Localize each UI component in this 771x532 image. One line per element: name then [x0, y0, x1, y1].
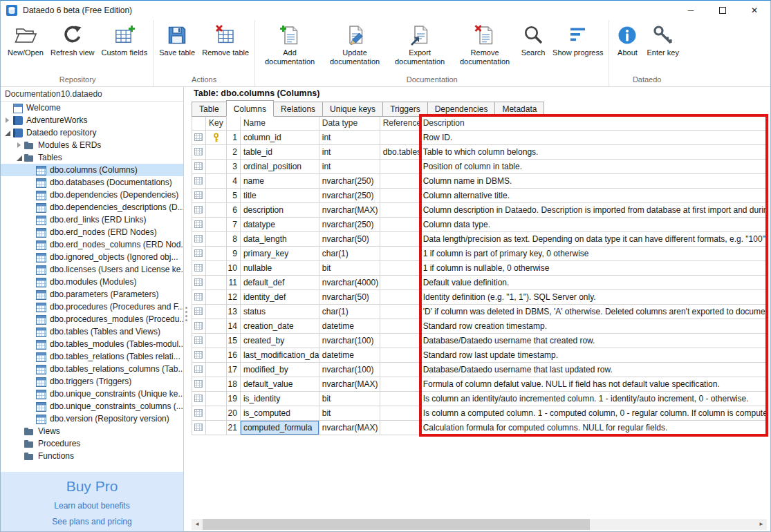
learn-benefits-link[interactable]: Learn about benefits — [1, 501, 183, 511]
row-header-cell[interactable] — [192, 406, 206, 421]
references-cell[interactable] — [380, 261, 420, 276]
description-cell[interactable]: Column name in DBMS. — [420, 174, 767, 189]
key-cell[interactable] — [206, 261, 227, 276]
key-cell[interactable] — [206, 203, 227, 218]
references-cell[interactable] — [380, 232, 420, 247]
tree-item[interactable]: dbo.parameters (Parameters) — [1, 288, 183, 301]
row-header-cell[interactable] — [192, 218, 206, 232]
references-cell[interactable]: dbo.tables — [380, 145, 420, 160]
key-cell[interactable] — [206, 363, 227, 377]
description-cell[interactable]: Calculation formula for computed columns… — [420, 421, 767, 435]
row-header-cell[interactable] — [192, 348, 206, 363]
datatype-cell[interactable]: nvarchar(100) — [319, 334, 380, 348]
export-documentation-button[interactable]: Export documentation — [387, 20, 452, 66]
expander-icon[interactable] — [27, 202, 36, 212]
references-cell[interactable] — [380, 174, 420, 189]
tree-item[interactable]: dbo.procedures_modules (Procedu... — [1, 313, 183, 325]
name-cell[interactable]: nullable — [241, 261, 319, 276]
add-documentation-button[interactable]: Add documentation — [257, 20, 322, 66]
description-cell[interactable]: Column alternative title. — [420, 189, 767, 203]
description-cell[interactable]: Identity definition (e.g. "1, 1"). SQL S… — [420, 290, 767, 305]
name-cell[interactable]: computed_formula — [241, 421, 319, 435]
expander-icon[interactable] — [27, 265, 36, 274]
tab[interactable]: Table — [192, 102, 227, 116]
key-cell[interactable] — [206, 406, 227, 421]
references-cell[interactable] — [380, 363, 420, 377]
references-cell[interactable] — [380, 392, 420, 406]
key-cell[interactable] — [206, 392, 227, 406]
row-header-cell[interactable] — [192, 305, 206, 319]
header-key[interactable]: Key — [206, 117, 227, 131]
name-cell[interactable]: created_by — [241, 334, 319, 348]
tree-item[interactable]: dbo.tables (Tables and Views) — [1, 325, 183, 338]
references-cell[interactable] — [380, 203, 420, 218]
tree-item[interactable]: dbo.procedures (Procedures and F... — [1, 301, 183, 313]
references-cell[interactable] — [380, 131, 420, 145]
references-cell[interactable] — [380, 290, 420, 305]
expander-icon[interactable] — [27, 178, 36, 187]
tree-item[interactable]: Views — [1, 425, 183, 437]
expander-icon[interactable] — [15, 426, 24, 436]
row-header-cell[interactable] — [192, 276, 206, 290]
name-cell[interactable]: data_length — [241, 232, 319, 247]
expander-icon[interactable] — [27, 240, 36, 249]
plans-pricing-link[interactable]: See plans and pricing — [1, 517, 183, 526]
references-cell[interactable] — [380, 334, 420, 348]
enter-key-button[interactable]: Enter key — [643, 20, 682, 57]
row-header-cell[interactable] — [192, 319, 206, 334]
description-cell[interactable]: Data length/precision as text. Depending… — [420, 232, 767, 247]
datatype-cell[interactable]: bit — [319, 406, 380, 421]
references-cell[interactable] — [380, 247, 420, 261]
name-cell[interactable]: is_computed — [241, 406, 319, 421]
expander-icon[interactable] — [15, 451, 24, 461]
row-header-cell[interactable] — [192, 203, 206, 218]
name-cell[interactable]: table_id — [241, 145, 319, 160]
row-header-cell[interactable] — [192, 232, 206, 247]
tree-item[interactable]: Dataedo repository — [1, 126, 183, 139]
references-cell[interactable] — [380, 305, 420, 319]
expander-icon[interactable] — [27, 289, 36, 299]
references-cell[interactable] — [380, 319, 420, 334]
key-cell[interactable] — [206, 334, 227, 348]
name-cell[interactable]: ordinal_position — [241, 160, 319, 174]
row-header-cell[interactable] — [192, 174, 206, 189]
header-description[interactable]: Description — [420, 117, 767, 131]
tab[interactable]: Columns — [226, 100, 274, 117]
header-references[interactable]: References — [380, 117, 420, 131]
name-cell[interactable]: creation_date — [241, 319, 319, 334]
custom-fields-button[interactable]: Custom fields — [98, 20, 151, 57]
datatype-cell[interactable]: nvarchar(50) — [319, 232, 380, 247]
description-cell[interactable]: 'D' if column was deleted in DBMS, 'A' o… — [420, 305, 767, 319]
datatype-cell[interactable]: char(1) — [319, 305, 380, 319]
horizontal-scrollbar[interactable]: ◄ ► — [192, 519, 767, 530]
description-cell[interactable]: Table to which column belongs. — [420, 145, 767, 160]
row-header-cell[interactable] — [192, 145, 206, 160]
key-cell[interactable] — [206, 377, 227, 392]
tree-item[interactable]: Tables — [1, 151, 183, 164]
header-datatype[interactable]: Data type — [319, 117, 380, 131]
tree-item[interactable]: dbo.erd_links (ERD Links) — [1, 213, 183, 226]
name-cell[interactable]: default_def — [241, 276, 319, 290]
tree-item[interactable]: dbo.tables_relations_columns (Tab... — [1, 363, 183, 375]
key-cell[interactable] — [206, 189, 227, 203]
expander-icon[interactable] — [15, 140, 24, 150]
expander-icon[interactable] — [27, 227, 36, 237]
description-cell[interactable]: Row ID. — [420, 131, 767, 145]
description-cell[interactable]: 1 if column is part of primary key, 0 ot… — [420, 247, 767, 261]
search-button[interactable]: Search — [517, 20, 549, 57]
expander-icon[interactable] — [3, 103, 12, 113]
name-cell[interactable]: title — [241, 189, 319, 203]
key-cell[interactable] — [206, 348, 227, 363]
name-cell[interactable]: description — [241, 203, 319, 218]
description-cell[interactable]: Database/Dataedo username that last upda… — [420, 363, 767, 377]
name-cell[interactable]: datatype — [241, 218, 319, 232]
datatype-cell[interactable]: nvarchar(100) — [319, 363, 380, 377]
key-cell[interactable] — [206, 421, 227, 435]
tree-item[interactable]: Welcome — [1, 102, 183, 114]
close-button[interactable]: ✕ — [739, 1, 770, 20]
buy-pro-title[interactable]: Buy Pro — [1, 478, 183, 495]
tree-item[interactable]: dbo.licenses (Users and License ke... — [1, 263, 183, 276]
tree-item[interactable]: dbo.dependencies_descriptions (D... — [1, 201, 183, 213]
row-header-cell[interactable] — [192, 290, 206, 305]
row-header-cell[interactable] — [192, 334, 206, 348]
